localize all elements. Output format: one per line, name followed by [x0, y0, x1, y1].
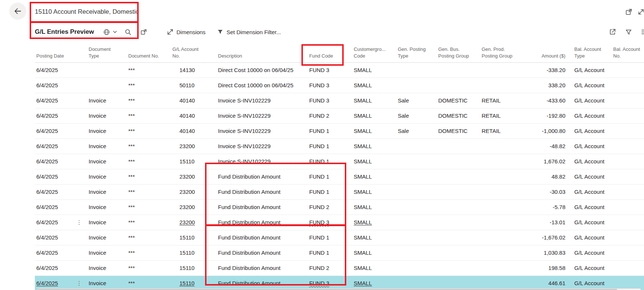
- cell-gen_prod_group[interactable]: [480, 230, 524, 245]
- cell-posting_date[interactable]: 6/4/2025: [35, 93, 87, 108]
- table-row[interactable]: 6/4/2025Invoice***40140Invoice S-INV1022…: [35, 123, 644, 139]
- cell-bal_type[interactable]: G/L Account: [573, 199, 612, 215]
- cell-fund_code[interactable]: FUND 3: [308, 93, 352, 108]
- cell-fund_code[interactable]: FUND 1: [308, 123, 352, 139]
- cell-gen_bus_group[interactable]: DOMESTIC: [437, 123, 480, 139]
- table-row[interactable]: 6/4/2025Invoice***40140Invoice S-INV1022…: [35, 93, 644, 108]
- cell-fund_code[interactable]: FUND 1: [308, 245, 352, 260]
- cell-bal_no[interactable]: [612, 184, 644, 199]
- cell-fund_code[interactable]: FUND 1: [308, 184, 352, 199]
- cell-doc_no[interactable]: ***: [127, 199, 171, 215]
- cell-bal_type[interactable]: G/L Account: [573, 260, 612, 276]
- cell-amount[interactable]: -1,000.80: [524, 123, 573, 139]
- cell-gen_bus_group[interactable]: [437, 62, 480, 78]
- cell-amount[interactable]: 48.82: [524, 169, 573, 184]
- cell-gl_account[interactable]: 23200: [171, 184, 217, 199]
- cell-amount[interactable]: 338.20: [524, 78, 573, 93]
- cell-gl_account[interactable]: 40140: [171, 108, 217, 123]
- table-row[interactable]: 6/4/2025Invoice***23200Fund Distribution…: [35, 184, 644, 199]
- cell-gen_prod_group[interactable]: [480, 199, 524, 215]
- cell-doc_no[interactable]: ***: [127, 139, 171, 154]
- view-options-button[interactable]: [102, 26, 118, 38]
- cell-posting_date[interactable]: 6/4/2025: [35, 62, 87, 78]
- cell-amount[interactable]: -433.60: [524, 93, 573, 108]
- cell-gen_prod_group[interactable]: RETAIL: [480, 123, 524, 139]
- cell-gl_account[interactable]: 40140: [171, 123, 217, 139]
- cell-doc_no[interactable]: ***: [127, 154, 171, 169]
- cell-posting_date[interactable]: 6/4/2025: [35, 108, 87, 123]
- cell-amount[interactable]: 1,676.02: [524, 154, 573, 169]
- cell-amount[interactable]: -5.78: [524, 199, 573, 215]
- cell-posting_date[interactable]: 6/4/2025: [35, 154, 87, 169]
- cell-amount[interactable]: 198.58: [524, 260, 573, 276]
- cell-gen_posting_type[interactable]: [396, 245, 437, 260]
- cell-bal_no[interactable]: [612, 123, 644, 139]
- cell-doc_no[interactable]: ***: [127, 230, 171, 245]
- cell-posting_date[interactable]: 6/4/2025⋮: [35, 215, 87, 230]
- cell-gen_bus_group[interactable]: [437, 199, 480, 215]
- cell-bal_type[interactable]: G/L Account: [573, 93, 612, 108]
- cell-description[interactable]: Invoice S-INV102229: [217, 154, 308, 169]
- table-row[interactable]: 6/4/2025Invoice***23200Fund Distribution…: [35, 169, 644, 184]
- cell-gl_account[interactable]: 23200: [171, 139, 217, 154]
- column-header-doc_no[interactable]: Document No.: [127, 45, 171, 62]
- cell-gl_account[interactable]: 23200: [171, 215, 217, 230]
- cell-bal_type[interactable]: G/L Account: [573, 245, 612, 260]
- cell-customer_code[interactable]: SMALL: [352, 184, 396, 199]
- cell-fund_code[interactable]: FUND 2: [308, 199, 352, 215]
- cell-posting_date[interactable]: 6/4/2025: [35, 199, 87, 215]
- cell-gen_posting_type[interactable]: [396, 260, 437, 276]
- cell-gen_posting_type[interactable]: [396, 154, 437, 169]
- column-header-customer_code[interactable]: Customergro... Code: [352, 45, 396, 62]
- cell-posting_date[interactable]: 6/4/2025: [35, 230, 87, 245]
- table-row[interactable]: 6/4/2025Invoice***15110Fund Distribution…: [35, 260, 644, 276]
- cell-bal_type[interactable]: G/L Account: [573, 62, 612, 78]
- table-row[interactable]: 6/4/2025Invoice***23200Invoice S-INV1022…: [35, 139, 644, 154]
- cell-bal_type[interactable]: G/L Account: [573, 215, 612, 230]
- column-header-posting_date[interactable]: Posting Date: [35, 45, 87, 62]
- cell-bal_type[interactable]: G/L Account: [573, 230, 612, 245]
- cell-doc_no[interactable]: ***: [127, 169, 171, 184]
- cell-description[interactable]: Invoice S-INV102229: [217, 93, 308, 108]
- cell-fund_code[interactable]: FUND 3: [308, 215, 352, 230]
- cell-posting_date[interactable]: 6/4/2025: [35, 139, 87, 154]
- cell-doc_no[interactable]: ***: [127, 78, 171, 93]
- cell-gen_prod_group[interactable]: RETAIL: [480, 108, 524, 123]
- cell-description[interactable]: Invoice S-INV102229: [217, 123, 308, 139]
- cell-amount[interactable]: -48.82: [524, 139, 573, 154]
- cell-bal_type[interactable]: G/L Account: [573, 184, 612, 199]
- cell-gen_posting_type[interactable]: [396, 184, 437, 199]
- cell-bal_no[interactable]: [612, 78, 644, 93]
- cell-fund_code[interactable]: FUND 2: [308, 108, 352, 123]
- cell-fund_code[interactable]: FUND 1: [308, 139, 352, 154]
- cell-gen_prod_group[interactable]: [480, 169, 524, 184]
- open-in-new-button[interactable]: [139, 26, 148, 38]
- cell-posting_date[interactable]: 6/4/2025: [35, 169, 87, 184]
- cell-customer_code[interactable]: SMALL: [352, 169, 396, 184]
- cell-bal_no[interactable]: [612, 154, 644, 169]
- cell-gen_prod_group[interactable]: RETAIL: [480, 93, 524, 108]
- cell-customer_code[interactable]: SMALL: [352, 62, 396, 78]
- cell-bal_type[interactable]: G/L Account: [573, 169, 612, 184]
- cell-customer_code[interactable]: SMALL: [352, 123, 396, 139]
- cell-description[interactable]: Fund Distribution Amount: [217, 260, 308, 276]
- cell-gen_bus_group[interactable]: [437, 154, 480, 169]
- cell-bal_no[interactable]: [612, 62, 644, 78]
- cell-fund_code[interactable]: FUND 1: [308, 230, 352, 245]
- cell-gl_account[interactable]: 14130: [171, 62, 217, 78]
- cell-fund_code[interactable]: FUND 2: [308, 260, 352, 276]
- column-header-description[interactable]: Description: [217, 45, 308, 62]
- cell-doc_no[interactable]: ***: [127, 108, 171, 123]
- cell-amount[interactable]: -192.80: [524, 108, 573, 123]
- cell-doc_type[interactable]: Invoice: [87, 230, 127, 245]
- cell-description[interactable]: Invoice S-INV102229: [217, 139, 308, 154]
- column-header-gl_account[interactable]: G/L Account No.: [171, 45, 217, 62]
- cell-gen_posting_type[interactable]: [396, 230, 437, 245]
- cell-amount[interactable]: 1,030.83: [524, 245, 573, 260]
- cell-bal_no[interactable]: [612, 139, 644, 154]
- cell-bal_type[interactable]: G/L Account: [573, 78, 612, 93]
- cell-gl_account[interactable]: 15110: [171, 230, 217, 245]
- table-row[interactable]: 6/4/2025***50110Direct Cost 10000 on 06/…: [35, 78, 644, 93]
- cell-gen_bus_group[interactable]: [437, 245, 480, 260]
- cell-gen_bus_group[interactable]: DOMESTIC: [437, 93, 480, 108]
